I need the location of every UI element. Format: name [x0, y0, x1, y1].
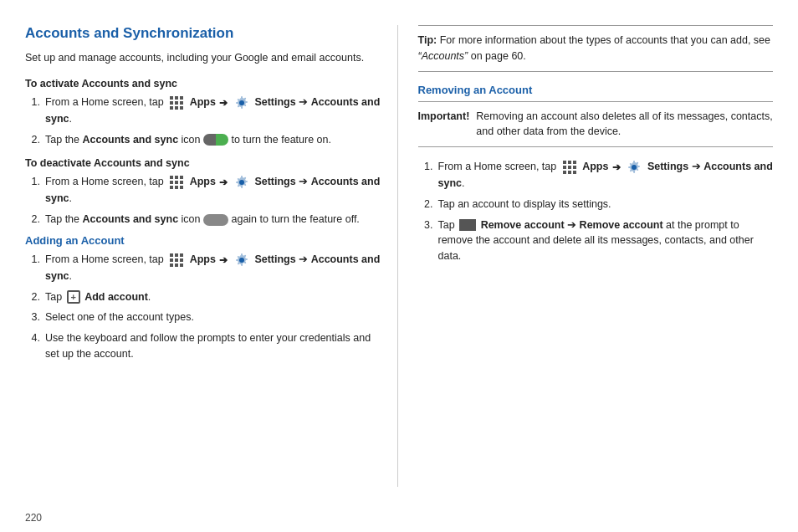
add-icon: +: [67, 290, 80, 304]
apps-label: Apps: [190, 253, 216, 265]
toggle-off-icon: [203, 214, 228, 226]
settings-label: Settings: [254, 176, 295, 188]
step-content: Tap the Accounts and sync icon to turn t…: [45, 132, 381, 148]
apps-icon: [561, 159, 578, 176]
svg-rect-14: [175, 181, 178, 184]
svg-rect-30: [563, 161, 566, 164]
step-number: 3.: [25, 309, 40, 325]
tip-text: For more information about the types of …: [437, 34, 770, 46]
label: Accounts and sync: [82, 134, 178, 146]
svg-rect-0: [170, 96, 173, 100]
remove-account-label2: Remove account: [580, 219, 663, 231]
step-item: 2. Tap the Accounts and sync icon again …: [25, 212, 381, 228]
important-label: Important!: [418, 109, 470, 141]
tip-link: “Accounts”: [418, 50, 468, 62]
step-item: 4. Use the keyboard and follow the promp…: [25, 330, 381, 362]
svg-rect-21: [175, 253, 178, 257]
settings-label: Settings: [647, 161, 688, 172]
settings-label: Settings: [254, 96, 295, 108]
step-content: Tap + Add account.: [45, 289, 381, 305]
intro-text: Set up and manage accounts, including yo…: [25, 50, 381, 66]
svg-rect-6: [170, 106, 173, 110]
step-content: Select one of the account types.: [45, 309, 381, 325]
svg-rect-16: [170, 186, 173, 189]
step-item: 2. Tap the Accounts and sync icon to tur…: [25, 132, 381, 148]
arrow-icon: ➔: [219, 97, 228, 109]
right-column: Tip: For more information about the type…: [398, 25, 774, 487]
settings-icon: [233, 252, 250, 269]
section3-heading: Adding an Account: [25, 234, 381, 247]
step-content: Tap an account to display its settings.: [438, 197, 774, 212]
svg-rect-32: [573, 161, 576, 164]
apps-icon: [168, 95, 185, 111]
step-content: Tap Remove account ➔ Remove account at t…: [438, 217, 774, 264]
svg-rect-38: [573, 171, 576, 174]
svg-rect-1: [175, 96, 178, 100]
step-content: From a Home screen, tap Apps ➔ Settings …: [45, 252, 381, 284]
step-number: 2.: [25, 289, 40, 305]
left-column: Accounts and Synchronization Set up and …: [25, 25, 398, 487]
apps-label: Apps: [582, 161, 608, 172]
apps-label: Apps: [190, 96, 216, 108]
removing-heading: Removing an Account: [418, 84, 774, 96]
svg-rect-15: [180, 181, 183, 184]
svg-rect-36: [563, 171, 566, 174]
section1-heading: To activate Accounts and sync: [25, 78, 381, 90]
step-item: 1. From a Home screen, tap Apps ➔ Settin…: [25, 252, 381, 284]
svg-rect-4: [175, 101, 178, 105]
svg-rect-27: [175, 263, 178, 267]
svg-rect-33: [563, 166, 566, 169]
step-item: 1. From a Home screen, tap Apps ➔ Settin…: [418, 159, 774, 192]
arrow-icon: ➔: [612, 161, 621, 173]
important-text: Removing an account also deletes all of …: [473, 109, 773, 141]
tip-suffix: on page 60.: [468, 50, 526, 62]
apps-label: Apps: [190, 176, 216, 188]
svg-rect-7: [175, 106, 178, 110]
svg-rect-28: [180, 263, 183, 267]
step-number: 1.: [25, 95, 40, 110]
step-content: Tap the Accounts and sync icon again to …: [45, 212, 381, 228]
page-container: Accounts and Synchronization Set up and …: [0, 0, 798, 504]
svg-rect-37: [568, 171, 571, 174]
svg-rect-25: [180, 258, 183, 262]
svg-rect-17: [175, 186, 178, 189]
svg-rect-20: [170, 253, 173, 257]
svg-rect-31: [568, 161, 571, 164]
svg-rect-26: [170, 263, 173, 267]
arrow-icon: ➔: [219, 176, 228, 188]
section1-steps: 1. From a Home screen, tap Apps ➔ Settin…: [25, 95, 381, 148]
section2-steps: 1. From a Home screen, tap Apps ➔ Settin…: [25, 174, 381, 228]
step-number: 2.: [25, 212, 40, 228]
settings-icon: [233, 95, 250, 111]
svg-rect-23: [170, 258, 173, 262]
settings-icon: [233, 174, 250, 191]
tip-box: Tip: For more information about the type…: [418, 25, 774, 72]
remove-icon: [459, 219, 476, 231]
svg-rect-18: [180, 186, 183, 189]
step-content: From a Home screen, tap Apps ➔ Settings …: [45, 95, 381, 127]
svg-rect-13: [170, 181, 173, 184]
page-number: 220: [25, 512, 42, 524]
svg-rect-3: [170, 101, 173, 105]
add-account-label: Add account: [84, 291, 148, 303]
step-number: 1.: [25, 174, 40, 190]
svg-rect-10: [170, 176, 173, 179]
step-item: 1. From a Home screen, tap Apps ➔ Settin…: [25, 95, 381, 127]
apps-icon: [168, 174, 185, 191]
label: Accounts and sync: [82, 213, 178, 225]
step-number: 1.: [25, 252, 40, 268]
step-item: 2. Tap an account to display its setting…: [418, 197, 774, 212]
svg-rect-12: [180, 176, 183, 179]
page-title: Accounts and Synchronization: [25, 25, 381, 42]
step-item: 1. From a Home screen, tap Apps ➔ Settin…: [25, 174, 381, 207]
step-number: 2.: [25, 132, 40, 148]
step-content: Use the keyboard and follow the prompts …: [45, 330, 381, 362]
section3-steps: 1. From a Home screen, tap Apps ➔ Settin…: [25, 252, 381, 362]
svg-rect-2: [180, 96, 183, 100]
svg-rect-8: [180, 106, 183, 110]
step-item: 3. Tap Remove account ➔ Remove account a…: [418, 217, 774, 264]
svg-rect-24: [175, 258, 178, 262]
svg-rect-11: [175, 176, 178, 179]
step-item: 2. Tap + Add account.: [25, 289, 381, 305]
step-content: From a Home screen, tap Apps ➔ Settings …: [45, 174, 381, 207]
